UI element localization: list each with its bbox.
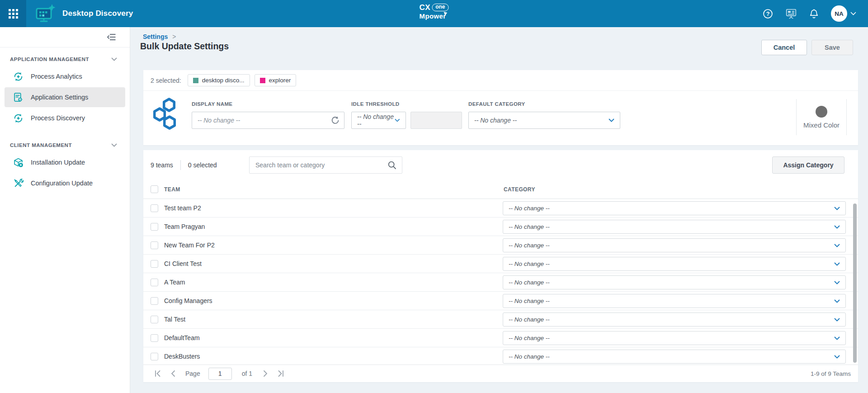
assign-category-button[interactable]: Assign Category bbox=[772, 156, 844, 174]
team-name: DefaultTeam bbox=[164, 334, 200, 341]
chevron-down-icon bbox=[834, 336, 840, 340]
table-scrollbar[interactable] bbox=[853, 204, 857, 363]
table-row: CI Client Test -- No change -- bbox=[143, 255, 858, 273]
application-hexagon-icon bbox=[152, 98, 179, 132]
team-name: Tal Test bbox=[164, 316, 185, 323]
chevron-down-icon bbox=[834, 262, 840, 266]
chevron-down-icon bbox=[834, 225, 840, 229]
page-number-input[interactable] bbox=[208, 368, 232, 380]
row-checkbox[interactable] bbox=[151, 241, 158, 249]
pagination-range: 1-9 of 9 Teams bbox=[811, 370, 851, 377]
user-menu[interactable]: NA bbox=[831, 5, 856, 22]
default-category-label: DEFAULT CATEGORY bbox=[468, 101, 525, 107]
row-category-select[interactable]: -- No change -- bbox=[503, 350, 846, 364]
first-page-icon[interactable] bbox=[153, 370, 161, 377]
row-category-value: -- No change -- bbox=[509, 205, 550, 212]
section-chevron-down-icon bbox=[111, 143, 117, 147]
previous-page-icon[interactable] bbox=[170, 370, 175, 377]
row-checkbox[interactable] bbox=[151, 316, 158, 323]
sidebar-item-installation-update[interactable]: Installation Update bbox=[5, 152, 125, 172]
reset-display-name-icon[interactable] bbox=[330, 112, 340, 128]
row-checkbox[interactable] bbox=[151, 334, 158, 342]
table-row: Test team P2 -- No change -- bbox=[143, 199, 858, 218]
row-category-select[interactable]: -- No change -- bbox=[503, 257, 846, 271]
selected-count-label: 2 selected: bbox=[151, 77, 181, 84]
section-application-management[interactable]: APPLICATION MANAGEMENT bbox=[0, 47, 130, 66]
selected-app-chip[interactable]: desktop disco... bbox=[188, 74, 250, 86]
row-checkbox[interactable] bbox=[151, 204, 158, 212]
selected-app-chip[interactable]: explorer bbox=[255, 74, 297, 86]
cancel-button[interactable]: Cancel bbox=[761, 40, 807, 55]
user-menu-chevron-down-icon bbox=[850, 12, 856, 15]
row-category-select[interactable]: -- No change -- bbox=[503, 331, 846, 345]
row-category-select[interactable]: -- No change -- bbox=[503, 313, 846, 327]
pagination-bar: Page of 1 1-9 of 9 Teams bbox=[143, 365, 858, 382]
row-checkbox[interactable] bbox=[151, 297, 158, 305]
search-icon[interactable] bbox=[387, 161, 402, 170]
team-name: CI Client Test bbox=[164, 260, 202, 267]
notifications-bell-icon[interactable] bbox=[809, 9, 819, 19]
sidebar-item-label: Installation Update bbox=[31, 159, 85, 166]
last-page-icon[interactable] bbox=[278, 370, 285, 377]
select-all-checkbox[interactable] bbox=[151, 185, 158, 193]
display-name-field-wrap bbox=[192, 112, 344, 129]
app-color-swatch bbox=[193, 78, 198, 83]
section-client-management[interactable]: CLIENT MANAGEMENT bbox=[0, 129, 130, 152]
page-title: Bulk Update Settings bbox=[140, 41, 229, 52]
breadcrumb-settings-link[interactable]: Settings bbox=[143, 33, 168, 40]
table-row: Tal Test -- No change -- bbox=[143, 310, 858, 329]
process-analytics-icon bbox=[13, 71, 24, 82]
row-category-select[interactable]: -- No change -- bbox=[503, 294, 846, 308]
row-category-select[interactable]: -- No change -- bbox=[503, 275, 846, 289]
table-row: A Team -- No change -- bbox=[143, 273, 858, 292]
table-row: Config Managers -- No change -- bbox=[143, 292, 858, 310]
cxone-mpower-logo: CX one Mpower bbox=[420, 3, 449, 20]
collapse-sidebar-icon[interactable] bbox=[107, 33, 116, 41]
section-chevron-down-icon bbox=[111, 57, 117, 61]
mixed-color-label: Mixed Color bbox=[803, 121, 840, 129]
mixed-color-circle[interactable] bbox=[816, 106, 827, 118]
row-category-select[interactable]: -- No change -- bbox=[503, 201, 846, 215]
row-checkbox[interactable] bbox=[151, 279, 158, 286]
team-name: A Team bbox=[164, 279, 185, 286]
sidebar-item-process-analytics[interactable]: Process Analytics bbox=[5, 66, 125, 86]
display-name-input[interactable] bbox=[192, 112, 344, 128]
sidebar-item-label: Configuration Update bbox=[31, 180, 93, 187]
idle-threshold-select[interactable]: -- No change -- bbox=[351, 112, 406, 129]
sidebar-item-label: Process Analytics bbox=[31, 73, 82, 80]
sidebar-item-application-settings[interactable]: Application Settings bbox=[5, 87, 125, 107]
sidebar-item-label: Application Settings bbox=[31, 94, 88, 101]
section-label: APPLICATION MANAGEMENT bbox=[10, 57, 89, 62]
sidebar-item-process-discovery[interactable]: Process Discovery bbox=[5, 108, 125, 128]
row-category-value: -- No change -- bbox=[509, 335, 550, 341]
next-page-icon[interactable] bbox=[263, 370, 269, 377]
idle-threshold-number-input bbox=[410, 112, 462, 129]
bulk-update-card: 2 selected: desktop disco... explorer bbox=[143, 70, 858, 145]
idle-threshold-label: IDLE THRESHOLD bbox=[351, 101, 400, 107]
row-category-value: -- No change -- bbox=[509, 242, 550, 249]
main-content: Settings > Bulk Update Settings Cancel S… bbox=[130, 27, 868, 393]
screen: Desktop Discovery CX one Mpower ? bbox=[0, 0, 868, 393]
screen-share-icon[interactable] bbox=[785, 8, 797, 19]
breadcrumb: Settings > bbox=[143, 33, 176, 40]
teams-count: 9 teams bbox=[151, 161, 173, 169]
help-icon[interactable]: ? bbox=[763, 9, 773, 19]
sidebar-item-label: Process Discovery bbox=[31, 114, 85, 122]
row-category-select[interactable]: -- No change -- bbox=[503, 238, 846, 252]
brand-cx-text: CX bbox=[420, 3, 431, 12]
row-checkbox[interactable] bbox=[151, 353, 158, 360]
row-checkbox[interactable] bbox=[151, 223, 158, 231]
sidebar-item-configuration-update[interactable]: Configuration Update bbox=[5, 173, 125, 193]
app-title: Desktop Discovery bbox=[62, 9, 133, 18]
color-picker-cell[interactable]: Mixed Color bbox=[796, 99, 847, 135]
avatar[interactable]: NA bbox=[831, 5, 847, 22]
brand-one-bubble: one bbox=[432, 4, 448, 11]
waffle-menu-button[interactable] bbox=[0, 0, 26, 27]
default-category-select[interactable]: -- No change -- bbox=[468, 112, 620, 129]
row-checkbox[interactable] bbox=[151, 260, 158, 268]
team-search-input[interactable] bbox=[250, 157, 387, 173]
save-button[interactable]: Save bbox=[811, 40, 853, 55]
row-category-select[interactable]: -- No change -- bbox=[503, 220, 846, 234]
team-name: Config Managers bbox=[164, 297, 212, 304]
team-name: Test team P2 bbox=[164, 204, 201, 212]
